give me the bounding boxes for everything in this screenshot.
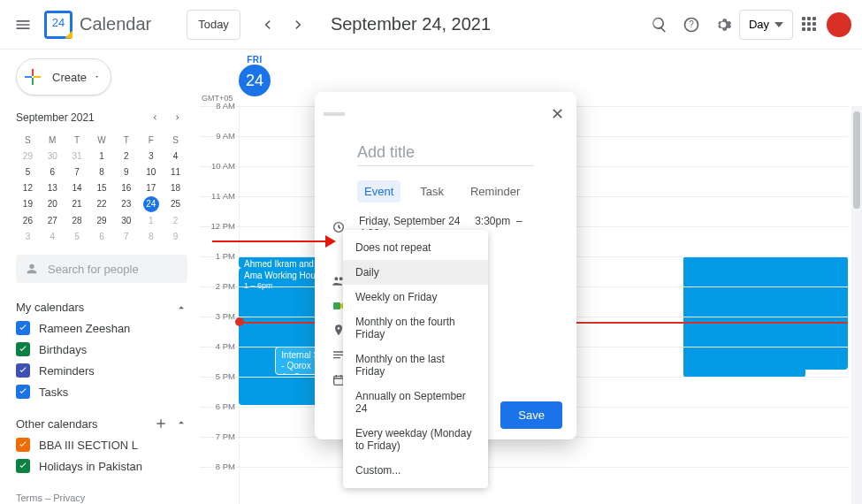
support-button[interactable]: ? [675, 9, 707, 41]
mini-day-cell[interactable]: 29 [90, 213, 114, 228]
event-title-input[interactable] [357, 140, 534, 166]
mini-day-cell[interactable]: 8 [139, 229, 163, 244]
mini-day-cell[interactable]: 4 [164, 149, 187, 164]
mini-day-cell[interactable]: 30 [114, 213, 138, 228]
recurrence-option[interactable]: Daily [343, 260, 488, 285]
mini-day-cell[interactable]: 16 [114, 180, 138, 195]
calendar-checkbox[interactable] [16, 385, 30, 399]
mini-day-cell[interactable]: 18 [164, 180, 187, 195]
mini-day-cell[interactable]: 24 [143, 196, 159, 212]
recurrence-option[interactable]: Weekly on Friday [343, 285, 488, 309]
mini-day-cell[interactable]: 1 [139, 213, 163, 228]
recurrence-option[interactable]: Every weekday (Monday to Friday) [343, 421, 488, 458]
mini-prev-month-button[interactable] [145, 108, 164, 127]
event-date-text[interactable]: Friday, September 24 [359, 215, 461, 227]
mini-day-cell[interactable]: 31 [65, 149, 89, 164]
save-button[interactable]: Save [500, 401, 562, 429]
mini-day-cell[interactable]: 27 [41, 213, 65, 228]
prev-day-button[interactable] [251, 9, 283, 41]
calendar-checkbox[interactable] [16, 342, 30, 356]
hour-label: 3 PM [203, 311, 235, 321]
tab-event[interactable]: Event [357, 180, 400, 202]
mini-day-cell[interactable]: 7 [114, 229, 138, 244]
mini-day-cell[interactable]: 3 [16, 229, 40, 244]
mini-day-cell[interactable]: 4 [41, 229, 65, 244]
calendar-checkbox[interactable] [16, 321, 30, 335]
search-button[interactable] [644, 9, 675, 41]
mini-day-cell[interactable]: 1 [90, 149, 114, 164]
mini-day-cell[interactable]: 7 [65, 164, 89, 179]
mini-day-cell[interactable]: 8 [90, 164, 114, 179]
hour-label: 9 AM [203, 131, 235, 141]
mini-day-cell[interactable]: 30 [41, 149, 65, 164]
recurrence-option[interactable]: Custom... [343, 458, 488, 483]
mini-day-cell[interactable]: 14 [65, 180, 89, 195]
vertical-scrollbar[interactable] [851, 106, 862, 504]
calendar-checkbox[interactable] [16, 438, 30, 452]
mini-day-cell[interactable]: 13 [41, 180, 65, 195]
calendar-list-item[interactable]: Reminders [16, 363, 187, 378]
search-people-field[interactable]: Search for people [16, 255, 187, 283]
mini-calendar: September 2021 SMTWTFS293031123456789101… [16, 108, 187, 244]
calendar-checkbox[interactable] [16, 363, 30, 378]
drag-handle-icon[interactable] [324, 112, 345, 116]
settings-button[interactable] [707, 9, 739, 41]
recurrence-option[interactable]: Monthly on the fourth Friday [343, 309, 488, 347]
scrollbar-thumb[interactable] [853, 111, 860, 209]
other-calendars-list: BBA III SECTION LHolidays in Pakistan [16, 438, 187, 473]
mini-day-cell[interactable]: 29 [16, 149, 40, 164]
mini-day-cell[interactable]: 20 [41, 196, 65, 212]
hour-row[interactable]: 8 PM [200, 467, 848, 497]
hour-label: 4 PM [203, 341, 235, 351]
calendar-list-item[interactable]: Holidays in Pakistan [16, 459, 187, 473]
mini-day-cell[interactable]: 9 [164, 229, 187, 244]
mini-day-cell[interactable]: 6 [90, 229, 114, 244]
mini-day-cell[interactable]: 12 [16, 180, 40, 195]
view-switcher-button[interactable]: Day [739, 10, 793, 40]
hour-row[interactable]: 7 PM [200, 437, 848, 467]
mini-day-cell[interactable]: 10 [139, 164, 163, 179]
terms-link[interactable]: Terms [16, 493, 42, 503]
plus-icon[interactable] [154, 416, 168, 431]
mini-day-cell[interactable]: 23 [114, 196, 138, 212]
my-calendars-section-header[interactable]: My calendars [16, 301, 187, 314]
mini-day-cell[interactable]: 21 [65, 196, 89, 212]
tab-task[interactable]: Task [413, 180, 451, 202]
event-start-time[interactable]: 3:30pm [475, 215, 510, 227]
calendar-checkbox[interactable] [16, 459, 30, 473]
mini-day-cell[interactable]: 25 [164, 196, 187, 212]
mini-day-cell[interactable]: 26 [16, 213, 40, 228]
other-calendars-section-header[interactable]: Other calendars [16, 416, 187, 431]
mini-day-cell[interactable]: 5 [65, 229, 89, 244]
mini-day-cell[interactable]: 6 [41, 164, 65, 179]
calendar-list-item[interactable]: Rameen Zeeshan [16, 321, 187, 335]
mini-day-cell[interactable]: 22 [90, 196, 114, 212]
calendar-list-item[interactable]: Birthdays [16, 342, 187, 356]
calendar-list-item[interactable]: BBA III SECTION L [16, 438, 187, 452]
calendar-list-item[interactable]: Tasks [16, 385, 187, 399]
close-popup-button[interactable]: ✕ [547, 101, 568, 127]
recurrence-option[interactable]: Monthly on the last Friday [343, 347, 488, 384]
recurrence-option[interactable]: Annually on September 24 [343, 384, 488, 421]
mini-day-cell[interactable]: 2 [164, 213, 187, 228]
account-avatar[interactable] [827, 12, 851, 37]
mini-day-cell[interactable]: 28 [65, 213, 89, 228]
mini-day-cell[interactable]: 9 [114, 164, 138, 179]
privacy-link[interactable]: Privacy [53, 493, 85, 503]
recurrence-option[interactable]: Does not repeat [343, 235, 488, 260]
create-event-button[interactable]: Create [16, 58, 111, 95]
tab-reminder[interactable]: Reminder [463, 180, 527, 202]
mini-day-cell[interactable]: 5 [16, 164, 40, 179]
day-number-badge[interactable]: 24 [239, 65, 271, 96]
next-day-button[interactable] [283, 9, 315, 41]
mini-day-cell[interactable]: 15 [90, 180, 114, 195]
mini-day-cell[interactable]: 3 [139, 149, 163, 164]
mini-day-cell[interactable]: 11 [164, 164, 187, 179]
google-apps-button[interactable] [793, 9, 825, 41]
today-button[interactable]: Today [187, 10, 240, 40]
mini-day-cell[interactable]: 2 [114, 149, 138, 164]
mini-next-month-button[interactable] [168, 108, 187, 127]
mini-day-cell[interactable]: 17 [139, 180, 163, 195]
mini-day-cell[interactable]: 19 [16, 196, 40, 212]
hamburger-menu-button[interactable] [7, 9, 39, 41]
